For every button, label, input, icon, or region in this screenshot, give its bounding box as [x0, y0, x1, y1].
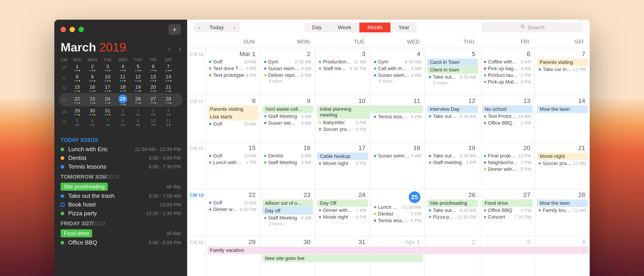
- calendar-event[interactable]: Lunch wi…11:30 AM: [372, 204, 423, 211]
- calendar-event[interactable]: Test prototype4 PM: [207, 72, 258, 79]
- day-cell[interactable]: 9Yard waste coll…Staff Meeting9 AMSusan …: [260, 95, 315, 141]
- spanning-event[interactable]: [315, 247, 370, 254]
- calendar-event[interactable]: Take car in…12 PM: [537, 66, 588, 73]
- mini-calendar[interactable]: CWSUNMONTUEWEDTHUFRISAT 1012345671189101…: [54, 58, 187, 131]
- day-cell[interactable]: 28Mow the lawnFamily bru…11 AM: [535, 189, 590, 236]
- agenda-item[interactable]: Food driveall-day: [60, 228, 181, 238]
- search-input[interactable]: Search: [482, 22, 584, 32]
- calendar-event[interactable]: Lisa starts: [207, 113, 258, 121]
- calendar-event[interactable]: Test drive T…3 PM: [207, 65, 258, 72]
- calendar-event[interactable]: Staff Meeting9 AM: [262, 159, 313, 166]
- minimize-icon[interactable]: [70, 27, 75, 32]
- day-cell[interactable]: 23Allison out of o…Day offStaff Meeting9…: [260, 189, 315, 236]
- calendar-event[interactable]: Yard waste coll…: [262, 105, 313, 113]
- mini-cal-day[interactable]: 14: [161, 74, 176, 82]
- calendar-event[interactable]: Deliver reports9 PM: [262, 72, 313, 79]
- calendar-event[interactable]: Office BBQ5 PM: [482, 120, 533, 126]
- calendar-event[interactable]: Take out…6:30 AM: [427, 152, 478, 159]
- calendar-event[interactable]: Mow the lawn: [537, 105, 588, 113]
- mini-cal-day[interactable]: 2: [130, 108, 146, 116]
- day-cell[interactable]: 27Food driveOffice BBQ5 PMConcert7:30 PM: [480, 189, 535, 236]
- spanning-event[interactable]: Initial planning meeting: [317, 105, 370, 119]
- mini-cal-day[interactable]: 11: [115, 74, 130, 82]
- calendar-event[interactable]: Dentist8 AM: [262, 152, 313, 159]
- mini-cal-day[interactable]: 9: [130, 118, 146, 126]
- day-cell[interactable]: 14Mow the lawn: [535, 95, 590, 141]
- spanning-event[interactable]: [370, 105, 423, 113]
- calendar-event[interactable]: No school: [482, 105, 533, 113]
- mini-cal-day[interactable]: 10: [100, 74, 115, 82]
- day-cell[interactable]: 18Susan swim…9 AM: [370, 142, 425, 189]
- calendar-event[interactable]: Allison out of o…: [262, 199, 313, 207]
- agenda-item[interactable]: Site proofreadingall-day: [60, 182, 181, 192]
- calendar-grid[interactable]: CW 10Mar 1Golf10 AMTest drive T…3 PMTest…: [187, 48, 590, 276]
- day-cell[interactable]: 2: [425, 236, 480, 276]
- mini-cal-day[interactable]: 27: [146, 96, 161, 104]
- agenda-item[interactable]: Office BBQ5:00 - 6:00 PM: [60, 238, 181, 247]
- next-month-icon[interactable]: ›: [178, 45, 181, 53]
- calendar-event[interactable]: Day off: [262, 207, 313, 215]
- calendar-event[interactable]: Lunch with…1 PM: [207, 159, 258, 166]
- mini-cal-day[interactable]: 16: [85, 84, 100, 92]
- calendar-event[interactable]: Pick up Mat…4 PM: [482, 79, 533, 85]
- calendar-event[interactable]: Take out…6:30 AM: [427, 113, 478, 120]
- calendar-event[interactable]: Tennis lessons6 PM: [372, 217, 423, 224]
- agenda-item[interactable]: Tennis lessons6:00 - 7:30 PM: [60, 162, 181, 171]
- calendar-event[interactable]: Golf10 AM: [207, 121, 258, 127]
- mini-cal-day[interactable]: 8: [115, 118, 130, 126]
- day-cell[interactable]: Mar 1Golf10 AMTest drive T…3 PMTest prot…: [205, 48, 260, 95]
- view-year[interactable]: Year: [390, 22, 418, 32]
- calendar-event[interactable]: Golf10 AM: [207, 199, 258, 206]
- calendar-event[interactable]: Pizza party12:30 PM: [427, 214, 478, 220]
- calendar-event[interactable]: Babysitter5 PM: [317, 119, 368, 126]
- mini-cal-day[interactable]: 31: [100, 108, 115, 116]
- day-cell[interactable]: 21Movie nightSoccer pra…11 AM: [535, 142, 590, 189]
- spanning-event[interactable]: [260, 247, 315, 254]
- mini-cal-day[interactable]: 29: [70, 108, 85, 116]
- agenda-item[interactable]: Pizza party12:30 - 1:30 PM: [60, 209, 181, 218]
- agenda-task[interactable]: Book hotel12:00 PM: [60, 200, 181, 209]
- calendar-event[interactable]: Staff Meeting9 AM: [262, 215, 313, 221]
- mini-cal-day[interactable]: 1: [115, 108, 130, 116]
- mini-cal-day[interactable]: 17: [100, 84, 115, 92]
- calendar-event[interactable]: Susan swi…9 AM: [262, 120, 313, 126]
- mini-cal-day[interactable]: 11: [161, 118, 176, 126]
- calendar-event[interactable]: Dinner with…7 PM: [317, 207, 368, 214]
- prev-period-icon[interactable]: ‹: [194, 24, 205, 31]
- day-cell[interactable]: 6Coffee with…8 AMPick up bagels8 AMProdu…: [480, 48, 535, 95]
- mini-cal-day[interactable]: 12: [130, 74, 146, 82]
- agenda-item[interactable]: Take out the trash6:30 - 7:00 AM: [60, 192, 181, 200]
- day-cell[interactable]: 8Parents visitingLisa startsGolf10 AM: [205, 95, 260, 141]
- calendar-event[interactable]: Gym6:30 AM: [372, 58, 423, 65]
- mini-cal-day[interactable]: 4: [161, 108, 176, 116]
- view-day[interactable]: Day: [304, 22, 330, 32]
- day-cell[interactable]: 24Day OffDinner with…7 PMMovie night9 PM: [315, 189, 370, 236]
- calendar-event[interactable]: Dinner with…8 PM: [482, 166, 533, 173]
- calendar-event[interactable]: Family bru…11 AM: [537, 207, 588, 214]
- day-cell[interactable]: 31: [315, 236, 370, 276]
- mini-cal-day[interactable]: 25: [115, 95, 130, 105]
- calendar-event[interactable]: Susan swim…9 AM: [372, 152, 423, 159]
- day-cell[interactable]: 10Initial planning meetingBabysitter5 PM…: [315, 95, 370, 141]
- calendar-event[interactable]: Production…11 AM: [317, 58, 368, 65]
- calendar-event[interactable]: Carol in Town: [427, 58, 478, 66]
- day-cell[interactable]: 3: [480, 236, 535, 276]
- calendar-event[interactable]: Mow the lawn: [537, 199, 588, 207]
- mini-cal-day[interactable]: 3: [146, 108, 161, 116]
- close-icon[interactable]: [60, 27, 66, 32]
- day-cell[interactable]: 13No schoolTest Protot…10 AMOffice BBQ5 …: [480, 95, 535, 141]
- day-cell[interactable]: 11 Tennis lessons6 PM: [370, 95, 425, 141]
- spanning-event[interactable]: [315, 255, 370, 262]
- mini-cal-day[interactable]: 26: [130, 96, 146, 104]
- mini-cal-day[interactable]: 22: [70, 96, 85, 104]
- spanning-event[interactable]: [370, 255, 423, 262]
- mini-cal-day[interactable]: 2: [85, 64, 100, 71]
- calendar-event[interactable]: Soccer pra…11 AM: [537, 160, 588, 167]
- spanning-event[interactable]: New site goes live: [262, 255, 315, 262]
- today-button[interactable]: Today: [205, 24, 228, 31]
- day-cell[interactable]: 16Dentist8 AMStaff Meeting9 AM: [260, 142, 315, 189]
- agenda-item[interactable]: Dentist3:00 - 4:00 PM: [60, 154, 181, 162]
- more-events-link[interactable]: 3 more…: [262, 79, 313, 84]
- calendar-event[interactable]: Golf10 AM: [207, 152, 258, 159]
- calendar-event[interactable]: Day Off: [317, 199, 368, 207]
